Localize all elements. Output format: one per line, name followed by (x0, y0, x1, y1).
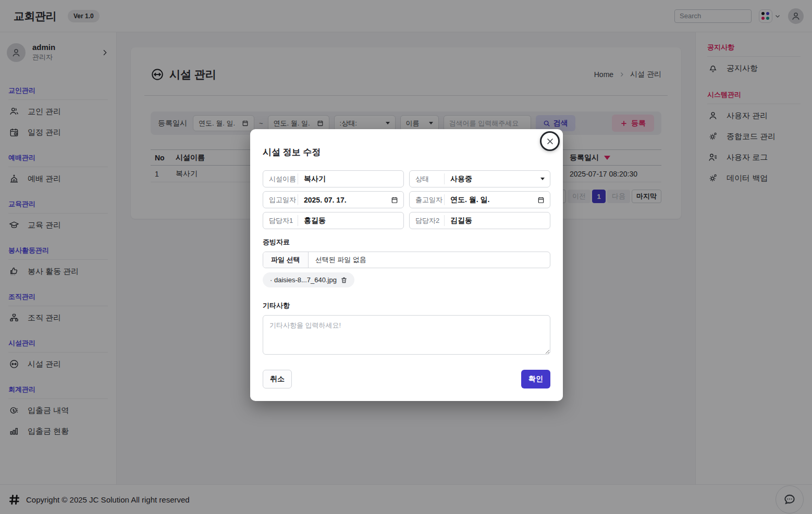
calendar-icon[interactable] (537, 196, 545, 204)
out-date-field[interactable]: 출고일자 연도. 월. 일. (409, 191, 550, 208)
delete-file-button[interactable] (340, 277, 348, 284)
attached-file-chip: · daisies-8...7_640.jpg (263, 272, 354, 287)
notes-textarea[interactable] (263, 315, 550, 355)
modal-title: 시설 정보 수정 (263, 146, 550, 158)
attached-file-name: · daisies-8...7_640.jpg (270, 276, 337, 284)
in-date-field[interactable]: 입고일자 2025. 07. 17. (263, 191, 404, 208)
attachment-label: 증빙자료 (263, 237, 550, 247)
confirm-button[interactable]: 확인 (521, 370, 550, 388)
app-window: 교회관리 Ver 1.0 admin 관리 (0, 0, 812, 514)
calendar-icon[interactable] (391, 196, 398, 204)
trash-icon (340, 277, 348, 284)
file-status-text: 선택된 파일 없음 (309, 255, 373, 265)
notes-label: 기타사항 (263, 301, 550, 310)
facility-edit-modal: 시설 정보 수정 시설이름 복사기 상태 사용중 입고일자 2025. 07. … (250, 129, 563, 401)
manager1-field[interactable]: 담당자1 홍길동 (263, 212, 404, 229)
manager2-field[interactable]: 담당자2 김길동 (409, 212, 550, 229)
caret-down-icon (540, 178, 545, 180)
status-select-field[interactable]: 상태 사용중 (409, 170, 550, 187)
file-input-group: 파일 선택 선택된 파일 없음 (263, 252, 550, 268)
cancel-button[interactable]: 취소 (263, 370, 292, 388)
close-button[interactable] (540, 131, 560, 151)
facility-name-field[interactable]: 시설이름 복사기 (263, 170, 404, 187)
close-icon (546, 137, 555, 146)
file-select-button[interactable]: 파일 선택 (263, 252, 309, 268)
